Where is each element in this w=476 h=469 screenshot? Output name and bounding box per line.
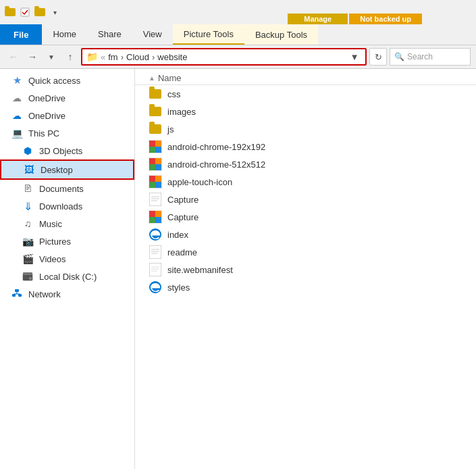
svg-rect-17 — [149, 158, 155, 164]
svg-rect-15 — [155, 147, 161, 153]
file-name-webmanifest: site.webmanifest — [167, 265, 233, 275]
context-not-backed-label: Not backed up — [349, 14, 422, 24]
desktop-icon: 🖼 — [23, 164, 35, 176]
file-item-capture-img[interactable]: Capture — [135, 208, 476, 226]
sidebar-item-local-disk[interactable]: Local Disk (C:) — [0, 268, 134, 285]
breadcrumb-part1[interactable]: fm — [108, 52, 117, 62]
sidebar-item-documents[interactable]: 🖹 Documents — [0, 180, 134, 197]
breadcrumb-part2[interactable]: Cloud — [126, 52, 149, 62]
sidebar-item-desktop[interactable]: 🖼 Desktop — [0, 159, 134, 180]
sidebar-item-downloads[interactable]: ⇓ Downloads — [0, 197, 134, 215]
image-icon — [149, 157, 162, 171]
svg-rect-19 — [149, 164, 155, 170]
sidebar-label-pictures: Pictures — [39, 237, 71, 247]
cube-icon: ⬢ — [22, 145, 34, 157]
address-dropdown-button[interactable]: ▼ — [348, 49, 361, 65]
tab-file[interactable]: File — [0, 24, 42, 45]
svg-rect-32 — [155, 211, 161, 217]
file-item-readme[interactable]: readme — [135, 243, 476, 261]
breadcrumb-arrow1: › — [121, 52, 124, 62]
file-item-android192[interactable]: android-chrome-192x192 — [135, 138, 476, 155]
sidebar-item-3d-objects[interactable]: ⬢ 3D Objects — [0, 142, 134, 159]
file-name-android512: android-chrome-512x512 — [167, 159, 265, 170]
image-icon — [149, 210, 162, 224]
nav-forward-button[interactable]: → — [24, 49, 41, 65]
svg-rect-31 — [149, 211, 155, 217]
svg-rect-6 — [12, 294, 16, 297]
svg-rect-12 — [149, 141, 155, 147]
sidebar-item-this-pc[interactable]: 💻 This PC — [0, 124, 134, 142]
qat-folder2-icon[interactable] — [34, 6, 46, 18]
file-item-index[interactable]: index — [135, 226, 476, 243]
refresh-button[interactable]: ↻ — [369, 48, 387, 66]
svg-rect-2 — [23, 272, 32, 275]
sidebar-item-network[interactable]: Network — [0, 285, 134, 303]
quick-access-toolbar: ▾ — [0, 0, 65, 24]
sidebar-item-onedrive-cloud[interactable]: ☁ OneDrive — [0, 107, 134, 124]
file-item-styles[interactable]: styles — [135, 278, 476, 296]
pc-icon: 💻 — [11, 127, 23, 139]
qat-folder-icon[interactable] — [4, 6, 16, 18]
svg-rect-33 — [149, 217, 155, 223]
nav-back-button[interactable]: ← — [5, 49, 22, 65]
doc-icon — [149, 193, 162, 206]
file-item-js[interactable]: js — [135, 120, 476, 138]
file-item-images[interactable]: images — [135, 103, 476, 120]
context-manage-label: Manage — [288, 14, 348, 24]
svg-rect-26 — [149, 193, 161, 206]
pictures-icon: 📷 — [22, 235, 34, 247]
sidebar-label-downloads: Downloads — [39, 201, 82, 212]
network-icon — [11, 288, 23, 300]
file-item-apple-touch[interactable]: apple-touch-icon — [135, 173, 476, 191]
svg-rect-22 — [149, 176, 155, 182]
edge-icon — [149, 228, 162, 241]
file-item-android512[interactable]: android-chrome-512x512 — [135, 155, 476, 173]
address-bar-container: ← → ▼ ↑ 📁 « fm › Cloud › website ▼ ↻ 🔍 S… — [0, 45, 476, 69]
file-item-webmanifest[interactable]: site.webmanifest — [135, 261, 476, 278]
sidebar-label-local-disk: Local Disk (C:) — [39, 272, 97, 282]
tab-share[interactable]: Share — [87, 24, 132, 45]
sidebar-label-network: Network — [28, 289, 61, 299]
sidebar: ★ Quick access ☁ OneDrive ☁ OneDrive 💻 T… — [0, 69, 135, 469]
downloads-icon: ⇓ — [22, 200, 34, 212]
image-icon — [149, 140, 162, 153]
breadcrumb-part3[interactable]: website — [157, 52, 187, 62]
ribbon-top: ▾ Manage Not backed up — [0, 0, 476, 24]
sidebar-item-videos[interactable]: 🎬 Videos — [0, 250, 134, 268]
sidebar-label-desktop: Desktop — [41, 165, 73, 175]
sidebar-item-quick-access[interactable]: ★ Quick access — [0, 72, 134, 89]
svg-point-4 — [30, 278, 31, 279]
star-icon: ★ — [11, 74, 23, 87]
tab-home[interactable]: Home — [42, 24, 87, 45]
qat-checkmark-icon[interactable] — [19, 6, 31, 18]
breadcrumb-arrow2: › — [152, 52, 155, 62]
videos-icon: 🎬 — [22, 253, 34, 265]
tab-view[interactable]: View — [132, 24, 173, 45]
address-box[interactable]: 📁 « fm › Cloud › website ▼ — [81, 48, 367, 66]
file-item-capture-doc[interactable]: Capture — [135, 191, 476, 208]
main-layout: ★ Quick access ☁ OneDrive ☁ OneDrive 💻 T… — [0, 69, 476, 469]
svg-rect-23 — [155, 176, 161, 182]
cloud-blue-icon: ☁ — [11, 109, 23, 122]
svg-rect-24 — [149, 182, 155, 188]
file-item-css[interactable]: css — [135, 85, 476, 103]
sidebar-item-onedrive-personal[interactable]: ☁ OneDrive — [0, 89, 134, 107]
qat-dropdown-icon[interactable]: ▾ — [49, 6, 61, 18]
cloud-gray-icon: ☁ — [11, 92, 23, 104]
svg-rect-36 — [149, 245, 161, 259]
column-header-name[interactable]: Name — [158, 73, 182, 83]
documents-icon: 🖹 — [22, 182, 34, 195]
search-box[interactable]: 🔍 Search — [390, 48, 471, 66]
sidebar-item-pictures[interactable]: 📷 Pictures — [0, 232, 134, 250]
nav-up-button[interactable]: ↑ — [62, 49, 78, 65]
file-list-area: ▲ Name css images js — [135, 69, 476, 469]
search-placeholder: Search — [407, 52, 433, 61]
tab-backup-tools[interactable]: Backup Tools — [244, 24, 318, 45]
folder-icon — [149, 105, 162, 118]
tab-picture-tools[interactable]: Picture Tools — [173, 24, 244, 45]
address-folder-icon: 📁 — [86, 51, 98, 62]
svg-rect-7 — [18, 294, 22, 297]
sidebar-label-quick-access: Quick access — [28, 76, 80, 86]
sidebar-item-music[interactable]: ♫ Music — [0, 215, 134, 232]
nav-dropdown-button[interactable]: ▼ — [43, 49, 59, 65]
